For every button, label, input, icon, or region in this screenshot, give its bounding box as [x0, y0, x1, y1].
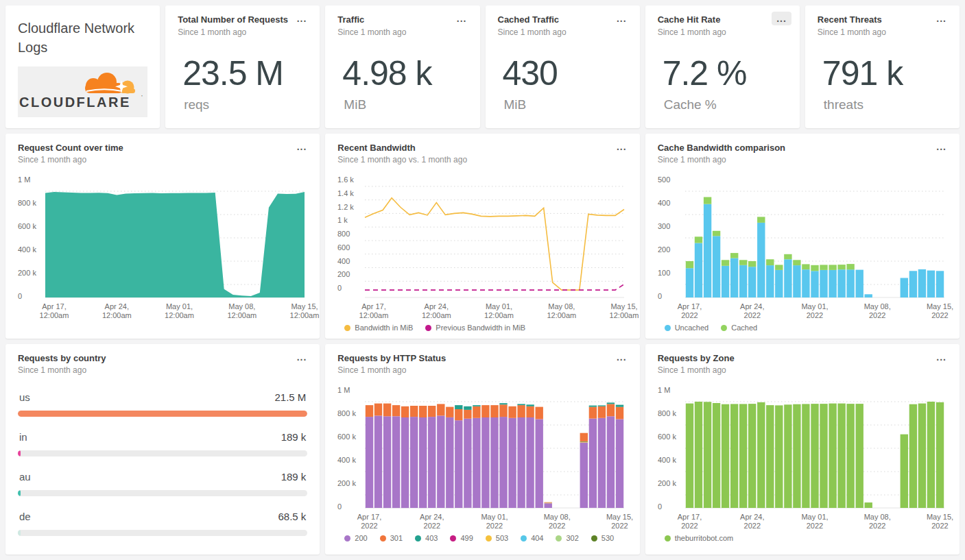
panel-title: Requests by HTTP Status: [337, 353, 627, 363]
country-row: in189 k: [18, 431, 307, 456]
metric-unit: Cache %: [664, 97, 787, 112]
cloudflare-wordmark: CLOUDFLARE: [19, 95, 131, 110]
legend-item[interactable]: 200: [344, 534, 367, 542]
metric-subtitle: Since 1 month ago: [178, 27, 307, 37]
country-bar-track[interactable]: [18, 490, 307, 496]
panel-subtitle: Since 1 month ago: [337, 365, 627, 375]
legend-label: 302: [566, 534, 578, 542]
svg-text:0: 0: [658, 292, 662, 300]
legend-label: 403: [425, 534, 438, 542]
country-label: au: [19, 471, 31, 483]
country-bar-track[interactable]: [18, 530, 307, 536]
legend-item[interactable]: 404: [521, 534, 543, 542]
metric-card-traffic: ... Traffic Since 1 month ago 4.98 k MiB: [325, 5, 479, 128]
svg-text:2022: 2022: [681, 311, 698, 319]
legend-dot-icon: [556, 535, 562, 541]
panel-menu-button[interactable]: ...: [292, 350, 312, 364]
svg-text:1.2 k: 1.2 k: [337, 203, 354, 211]
svg-text:Apr 17,: Apr 17,: [677, 302, 701, 311]
panel-menu-button[interactable]: ...: [931, 12, 951, 25]
country-bar-list[interactable]: us21.5 Min189 kau189 kde68.5 k: [18, 391, 307, 536]
svg-text:1.6 k: 1.6 k: [337, 175, 354, 184]
legend-dot-icon: [425, 325, 431, 331]
svg-text:2022: 2022: [424, 522, 440, 530]
legend-item[interactable]: 503: [486, 534, 508, 542]
svg-text:12:00am: 12:00am: [290, 311, 320, 319]
metric-value: 430: [503, 53, 628, 93]
svg-text:600: 600: [337, 243, 350, 252]
legend-item[interactable]: Cached: [721, 324, 757, 332]
panel-menu-button[interactable]: ...: [931, 140, 951, 154]
svg-text:12:00am: 12:00am: [40, 311, 69, 319]
svg-text:Apr 24,: Apr 24,: [420, 513, 444, 521]
panel-menu-button[interactable]: ...: [772, 12, 791, 25]
svg-text:2022: 2022: [931, 311, 948, 319]
svg-text:200 k: 200 k: [658, 479, 676, 487]
cloudflare-trademark: ’: [141, 94, 143, 100]
panel-request-count: ... Request Count over time Since 1 mont…: [5, 134, 320, 339]
panel-menu-button[interactable]: ...: [292, 140, 312, 154]
panel-title: Cache Bandwidth comparison: [658, 143, 947, 153]
metric-subtitle: Since 1 month ago: [658, 27, 787, 37]
country-row: de68.5 k: [18, 511, 307, 536]
cache-bandwidth-legend: UncachedCached: [665, 324, 947, 332]
panel-menu-button[interactable]: ...: [931, 350, 951, 364]
legend-label: theburritobot.com: [675, 534, 734, 542]
legend-item[interactable]: Bandwidth in MiB: [344, 324, 413, 332]
panel-menu-button[interactable]: ...: [612, 12, 632, 25]
metric-title: Cached Traffic: [498, 14, 628, 25]
svg-text:200: 200: [658, 245, 670, 254]
legend-dot-icon: [721, 325, 727, 331]
legend-item[interactable]: 301: [380, 534, 403, 542]
panel-requests-by-http-status: ... Requests by HTTP Status Since 1 mont…: [325, 344, 639, 555]
svg-text:12:00am: 12:00am: [422, 311, 451, 319]
svg-text:2022: 2022: [806, 311, 822, 319]
svg-text:May 15,: May 15,: [611, 302, 638, 311]
request-count-area-chart[interactable]: 1 M800 k600 k400 k200 k0Apr 17,12:00amAp…: [18, 173, 307, 321]
panel-menu-button[interactable]: ...: [612, 140, 632, 154]
legend-dot-icon: [415, 535, 421, 541]
charts-row-2: ... Requests by country Since 1 month ag…: [5, 344, 960, 555]
legend-item[interactable]: Uncached: [665, 324, 709, 332]
legend-item[interactable]: 499: [450, 534, 473, 542]
panel-title: Recent Bandwidth: [337, 143, 627, 153]
svg-text:2022: 2022: [549, 522, 565, 530]
http-status-stacked-bar-chart[interactable]: 1 M800 k600 k400 k200 k0Apr 17,2022Apr 2…: [337, 383, 627, 531]
svg-text:12:00am: 12:00am: [165, 311, 194, 319]
legend-item[interactable]: 403: [415, 534, 438, 542]
brand-card: Cloudflare Network Logs CLOUDFLARE ’: [5, 5, 160, 128]
country-bar-track[interactable]: [18, 411, 307, 417]
svg-text:200 k: 200 k: [337, 479, 356, 487]
panel-menu-button[interactable]: ...: [612, 350, 632, 364]
panel-subtitle: Since 1 month ago vs. 1 month ago: [337, 155, 627, 165]
metric-unit: MiB: [344, 97, 467, 112]
panel-menu-button[interactable]: ...: [292, 12, 312, 25]
svg-text:400 k: 400 k: [18, 245, 36, 254]
country-label: us: [19, 391, 30, 403]
panel-title: Request Count over time: [18, 143, 307, 153]
cache-bandwidth-bar-chart[interactable]: 5004003002001000Apr 17,2022Apr 24,2022Ma…: [658, 173, 947, 321]
legend-item[interactable]: 302: [556, 534, 578, 542]
panel-subtitle: Since 1 month ago: [658, 155, 947, 165]
panel-menu-button[interactable]: ...: [452, 12, 472, 25]
svg-text:2022: 2022: [612, 522, 628, 530]
panel-subtitle: Since 1 month ago: [18, 365, 307, 375]
svg-text:1 M: 1 M: [658, 386, 670, 394]
zone-bar-chart[interactable]: 1 M800 k600 k400 k200 k0Apr 17,2022Apr 2…: [658, 383, 947, 531]
svg-text:1 M: 1 M: [337, 386, 350, 394]
svg-text:May 15,: May 15,: [606, 513, 633, 521]
legend-label: 499: [460, 534, 473, 542]
svg-text:12:00am: 12:00am: [610, 311, 639, 319]
legend-dot-icon: [665, 325, 671, 331]
legend-item[interactable]: Previous Bandwidth in MiB: [425, 324, 525, 332]
svg-text:1.4 k: 1.4 k: [337, 189, 354, 197]
svg-text:800 k: 800 k: [337, 409, 356, 417]
legend-item[interactable]: 530: [591, 534, 614, 542]
svg-text:May 08,: May 08,: [863, 513, 890, 521]
country-bar-fill: [18, 411, 307, 417]
legend-item[interactable]: theburritobot.com: [665, 534, 734, 542]
country-value: 189 k: [281, 431, 307, 443]
svg-text:Apr 17,: Apr 17,: [357, 513, 381, 521]
country-bar-track[interactable]: [18, 450, 307, 456]
bandwidth-line-chart[interactable]: 1.6 k1.4 k1.2 k1 k8006004002000Apr 17,12…: [337, 173, 627, 321]
